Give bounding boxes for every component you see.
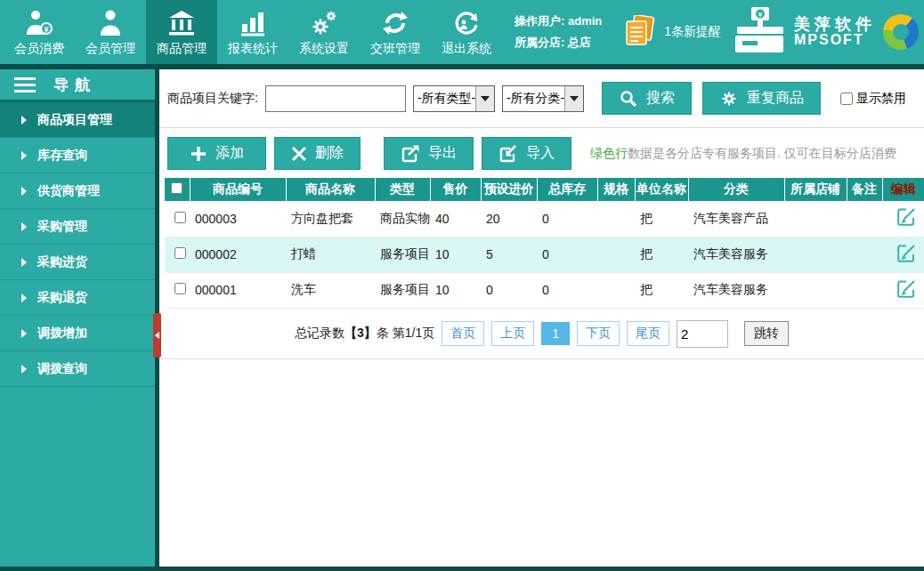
first-page-button[interactable]: 首页 bbox=[442, 321, 484, 346]
gear-icon bbox=[719, 89, 739, 109]
cell-spec bbox=[597, 237, 635, 272]
duplicate-product-button[interactable]: 重复商品 bbox=[702, 82, 821, 115]
show-disabled-label: 显示禁用 bbox=[856, 91, 906, 107]
category-select-value: -所有分类- bbox=[503, 91, 564, 107]
row-checkbox[interactable] bbox=[174, 212, 186, 223]
col-header-category: 分类 bbox=[688, 178, 784, 201]
cell-price: 10 bbox=[430, 272, 481, 308]
chevron-down-icon bbox=[564, 86, 583, 111]
tab-label: 退出系统 bbox=[442, 41, 491, 57]
record-summary: 总记录数【3】条 第1/1页 bbox=[295, 326, 434, 342]
sidebar-item-purchase-return[interactable]: 采购退货 bbox=[0, 280, 155, 316]
last-page-button[interactable]: 尾页 bbox=[627, 321, 669, 346]
tab-exit-system[interactable]: 退出系统 bbox=[431, 0, 502, 64]
sidebar-item-stock-query[interactable]: 库存查询 bbox=[0, 138, 155, 173]
prev-page-button[interactable]: 上页 bbox=[491, 321, 534, 346]
edit-icon[interactable] bbox=[896, 278, 917, 300]
notification-area[interactable]: 1条新提醒 bbox=[623, 0, 721, 64]
operator-value: admin bbox=[568, 14, 602, 28]
system-settings-icon bbox=[310, 8, 338, 36]
toolbar-row: 添加 删除 导出 导入 绿色行数据是各分店专有服务项目. 仅可在目标分店消费 bbox=[159, 128, 924, 178]
add-button-label: 添加 bbox=[215, 144, 244, 163]
category-select[interactable]: -所有分类- bbox=[502, 85, 584, 112]
tab-label: 系统设置 bbox=[299, 41, 349, 57]
arrow-right-icon bbox=[21, 329, 27, 338]
col-header-unit: 单位名称 bbox=[635, 178, 688, 201]
tab-report-stats[interactable]: 报表统计 bbox=[217, 0, 288, 64]
jump-button[interactable]: 跳转 bbox=[744, 321, 789, 346]
sidebar-item-transfer-add[interactable]: 调拨增加 bbox=[0, 316, 155, 351]
bottom-strip bbox=[0, 567, 924, 571]
export-button[interactable]: 导出 bbox=[384, 137, 474, 170]
tab-member-consume[interactable]: ¥ 会员消费 bbox=[4, 0, 75, 64]
sidebar-item-label: 调拨增加 bbox=[37, 326, 87, 342]
sidebar-item-supplier-manage[interactable]: 供货商管理 bbox=[0, 173, 155, 209]
brand-name-cn: 美萍软件 bbox=[794, 16, 876, 33]
chevron-down-icon bbox=[475, 86, 494, 111]
cell-category: 汽车美容服务 bbox=[688, 237, 784, 272]
show-disabled-checkbox[interactable] bbox=[840, 92, 853, 105]
x-icon bbox=[291, 146, 307, 162]
select-all-header bbox=[165, 178, 190, 201]
cell-code[interactable]: 000001 bbox=[190, 272, 286, 308]
type-select[interactable]: -所有类型- bbox=[413, 85, 495, 112]
search-button[interactable]: 搜索 bbox=[602, 82, 692, 115]
export-icon bbox=[401, 144, 420, 164]
cell-code[interactable]: 000002 bbox=[190, 237, 286, 272]
sidebar-item-transfer-query[interactable]: 调拨查询 bbox=[0, 351, 155, 387]
tab-label: 会员管理 bbox=[85, 41, 135, 57]
cell-category: 汽车美容服务 bbox=[688, 272, 784, 308]
jump-page-input[interactable] bbox=[677, 320, 728, 348]
sidebar-item-purchase-manage[interactable]: 采购管理 bbox=[0, 209, 155, 245]
tab-product-manage[interactable]: 商品管理 bbox=[146, 0, 217, 64]
sidebar-item-label: 采购进货 bbox=[37, 254, 87, 270]
col-header-edit: 编辑 bbox=[882, 178, 924, 201]
keyword-label: 商品项目关键字: bbox=[167, 91, 258, 107]
delete-button[interactable]: 删除 bbox=[274, 137, 361, 170]
tab-member-manage[interactable]: 会员管理 bbox=[75, 0, 146, 64]
cell-spec bbox=[597, 201, 635, 237]
cell-name[interactable]: 打蜡 bbox=[286, 237, 375, 272]
brand-swirl-icon bbox=[883, 14, 919, 50]
sidebar-item-label: 商品项目管理 bbox=[37, 112, 112, 128]
col-header-preset-price: 预设进价 bbox=[481, 178, 537, 201]
hamburger-icon bbox=[14, 77, 36, 92]
sidebar-item-purchase-in[interactable]: 采购进货 bbox=[0, 245, 155, 280]
sidebar-collapse-handle[interactable] bbox=[153, 313, 161, 358]
cell-unit: 把 bbox=[635, 237, 688, 272]
cell-name[interactable]: 方向盘把套 bbox=[286, 201, 375, 237]
edit-icon[interactable] bbox=[896, 243, 917, 264]
tab-system-settings[interactable]: 系统设置 bbox=[288, 0, 360, 64]
sidebar-item-label: 库存查询 bbox=[37, 148, 87, 164]
svg-text:¥: ¥ bbox=[44, 24, 48, 33]
sidebar-title: 导航 bbox=[53, 75, 96, 95]
col-header-remark: 备注 bbox=[847, 178, 882, 201]
select-all-checkbox[interactable] bbox=[171, 182, 182, 194]
cell-shop bbox=[784, 201, 847, 237]
cell-remark bbox=[847, 272, 882, 308]
top-navigation-bar: ¥ 会员消费 会员管理 商品管理 报表统计 bbox=[0, 0, 924, 64]
tab-label: 交班管理 bbox=[370, 41, 420, 57]
current-page-button[interactable]: 1 bbox=[541, 322, 570, 345]
table-row: 000003 方向盘把套 商品实物 40 20 0 把 汽车美容产品 bbox=[165, 201, 924, 237]
plus-icon bbox=[190, 145, 207, 163]
edit-icon[interactable] bbox=[896, 206, 917, 228]
next-page-button[interactable]: 下页 bbox=[577, 321, 620, 346]
sidebar-item-product-project-manage[interactable]: 商品项目管理 bbox=[0, 102, 155, 138]
user-info: 操作用户: admin 所属分店: 总店 bbox=[515, 0, 602, 64]
sidebar-header[interactable]: 导航 bbox=[0, 69, 155, 102]
add-button[interactable]: 添加 bbox=[167, 137, 266, 170]
cell-name[interactable]: 洗车 bbox=[286, 272, 375, 308]
keyword-input[interactable] bbox=[265, 85, 406, 112]
import-button[interactable]: 导入 bbox=[482, 137, 571, 170]
branch-label: 所属分店: bbox=[515, 36, 564, 49]
cell-category: 汽车美容产品 bbox=[688, 201, 784, 237]
row-checkbox[interactable] bbox=[174, 283, 186, 294]
tab-shift-manage[interactable]: 交班管理 bbox=[360, 0, 431, 64]
row-checkbox[interactable] bbox=[174, 247, 186, 259]
import-button-label: 导入 bbox=[526, 144, 555, 163]
table-row: 000002 打蜡 服务项目 10 5 0 把 汽车美容服务 bbox=[165, 237, 924, 272]
table-header-row: 商品编号 商品名称 类型 售价 预设进价 总库存 规格 单位名称 分类 所属店铺… bbox=[165, 178, 924, 201]
cell-code[interactable]: 000003 bbox=[190, 201, 286, 237]
arrow-right-icon bbox=[21, 187, 27, 196]
